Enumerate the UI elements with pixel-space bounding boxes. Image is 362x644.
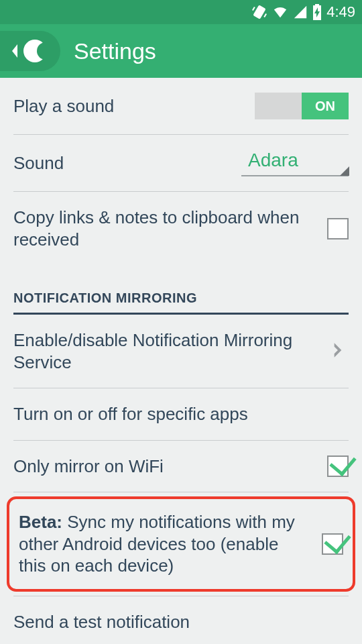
setting-label: Only mirror on WiFi (13, 455, 164, 478)
app-bar: Settings (0, 24, 362, 78)
copy-links-checkbox[interactable] (327, 218, 349, 239)
setting-copy-links[interactable]: Copy links & notes to clipboard when rec… (0, 192, 362, 265)
dropdown-value: Adara (248, 150, 298, 171)
setting-wifi-only[interactable]: Only mirror on WiFi (0, 441, 362, 492)
setting-label: Sound (13, 152, 64, 174)
highlight-box: Beta: Sync my notifications with my othe… (7, 496, 355, 592)
setting-mirroring-service[interactable]: Enable/disable Notification Mirroring Se… (0, 315, 362, 388)
setting-play-sound[interactable]: Play a sound ON (0, 78, 362, 134)
setting-sound[interactable]: Sound Adara (0, 135, 362, 191)
chevron-right-icon (327, 339, 349, 364)
settings-list: Play a sound ON Sound Adara Copy links &… (0, 78, 362, 644)
setting-test-notification[interactable]: Send a test notification (0, 596, 362, 645)
setting-label: Enable/disable Notification Mirroring Se… (13, 329, 314, 373)
wifi-only-checkbox[interactable] (327, 455, 349, 477)
toggle-on-label: ON (302, 93, 349, 119)
setting-label: Send a test notification (13, 611, 190, 633)
setting-label: Turn on or off for specific apps (13, 403, 248, 425)
battery-charging-icon (312, 4, 322, 20)
svg-rect-0 (252, 7, 255, 11)
divider (13, 492, 349, 492)
beta-prefix: Beta: (19, 512, 62, 532)
setting-label: Beta: Sync my notifications with my othe… (19, 511, 308, 577)
sound-dropdown[interactable]: Adara (241, 150, 349, 176)
setting-specific-apps[interactable]: Turn on or off for specific apps (0, 388, 362, 440)
setting-label: Copy links & notes to clipboard when rec… (13, 207, 314, 250)
svg-rect-1 (263, 13, 267, 17)
setting-beta-sync[interactable]: Beta: Sync my notifications with my othe… (9, 499, 353, 589)
clock-text: 4:49 (326, 3, 355, 21)
signal-icon (293, 5, 308, 19)
beta-sync-checkbox[interactable] (322, 533, 343, 555)
section-header-mirroring: NOTIFICATION MIRRORING (0, 265, 362, 313)
vibrate-icon (251, 4, 267, 20)
page-title: Settings (74, 38, 156, 64)
setting-label: Play a sound (13, 95, 114, 117)
wifi-icon (272, 5, 289, 19)
play-sound-toggle[interactable]: ON (255, 93, 349, 119)
app-logo-icon (23, 40, 46, 62)
back-button[interactable] (0, 31, 60, 71)
dropdown-caret-icon (340, 166, 349, 176)
status-bar: 4:49 (0, 0, 362, 24)
